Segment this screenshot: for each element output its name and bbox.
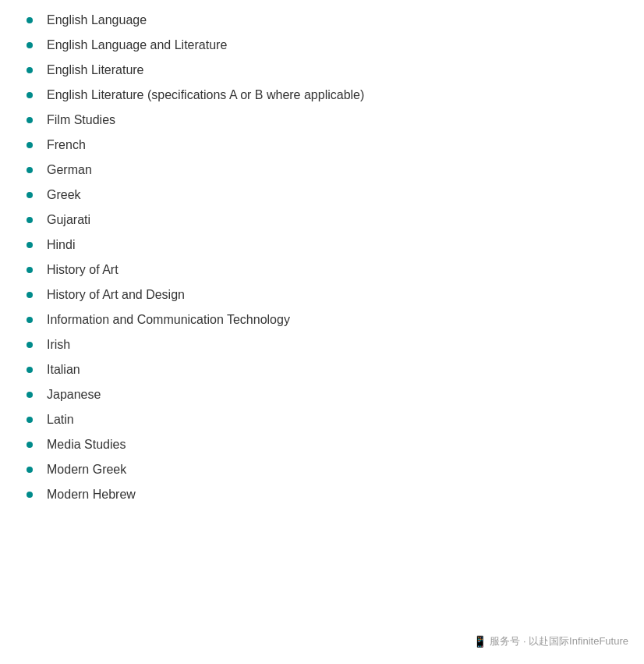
subject-label: French (47, 138, 86, 152)
list-item: English Language and Literature (23, 33, 621, 58)
bullet-icon (27, 367, 33, 373)
list-item: German (23, 158, 621, 183)
watermark-icon: 📱 (473, 635, 487, 648)
bullet-icon (27, 392, 33, 398)
list-item: English Language (23, 8, 621, 33)
bullet-icon (27, 342, 33, 348)
list-item: Italian (23, 357, 621, 382)
list-item: Irish (23, 332, 621, 357)
subject-label: Media Studies (47, 438, 126, 452)
watermark-text: 服务号 · 以赴国际InfiniteFuture (490, 634, 628, 648)
list-item: Media Studies (23, 432, 621, 457)
bullet-icon (27, 17, 33, 23)
list-item: Latin (23, 407, 621, 432)
bullet-icon (27, 417, 33, 423)
bullet-icon (27, 442, 33, 448)
bullet-icon (27, 67, 33, 73)
bullet-icon (27, 42, 33, 48)
list-item: History of Art (23, 257, 621, 282)
subject-label: English Language (47, 13, 147, 27)
bullet-icon (27, 292, 33, 298)
list-item: Modern Hebrew (23, 482, 621, 507)
bullet-icon (27, 167, 33, 173)
subject-label: Italian (47, 363, 80, 377)
list-item: Gujarati (23, 208, 621, 233)
list-item: English Literature (23, 58, 621, 83)
subject-label: Modern Hebrew (47, 488, 136, 502)
list-item: History of Art and Design (23, 282, 621, 307)
subject-label: English Literature (specifications A or … (47, 88, 364, 102)
bullet-icon (27, 117, 33, 123)
subject-label: Film Studies (47, 113, 115, 127)
list-item: Film Studies (23, 108, 621, 133)
bullet-icon (27, 142, 33, 148)
list-item: French (23, 133, 621, 158)
bullet-icon (27, 492, 33, 498)
bullet-icon (27, 467, 33, 473)
subject-label: Hindi (47, 238, 75, 252)
bullet-icon (27, 217, 33, 223)
subject-label: History of Art and Design (47, 288, 185, 302)
list-item: Modern Greek (23, 457, 621, 482)
subject-label: Gujarati (47, 213, 90, 227)
bullet-icon (27, 242, 33, 248)
watermark: 📱 服务号 · 以赴国际InfiniteFuture (473, 634, 628, 648)
bullet-icon (27, 317, 33, 323)
list-item: Greek (23, 183, 621, 208)
list-item: English Literature (specifications A or … (23, 83, 621, 108)
list-item: Japanese (23, 382, 621, 407)
subject-label: Japanese (47, 388, 101, 402)
subject-list: English LanguageEnglish Language and Lit… (23, 8, 621, 507)
subject-label: Irish (47, 338, 70, 352)
bullet-icon (27, 92, 33, 98)
list-item: Information and Communication Technology (23, 307, 621, 332)
list-item: Hindi (23, 233, 621, 257)
bullet-icon (27, 192, 33, 198)
bullet-icon (27, 267, 33, 273)
subject-label: Greek (47, 188, 81, 202)
subject-label: Information and Communication Technology (47, 313, 290, 327)
subject-label: Modern Greek (47, 463, 126, 477)
subject-label: History of Art (47, 263, 119, 277)
subject-label: German (47, 163, 92, 177)
subject-label: English Literature (47, 63, 144, 77)
subject-label: English Language and Literature (47, 38, 227, 52)
subject-label: Latin (47, 413, 74, 427)
